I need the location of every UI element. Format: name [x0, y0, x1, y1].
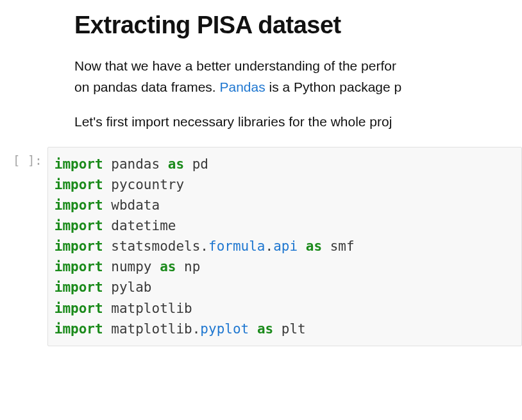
text-fragment: Now that we have a better understanding … — [74, 58, 396, 73]
code-input-area[interactable]: import pandas as pd import pycountry imp… — [47, 147, 522, 346]
code-cell: [ ]: import pandas as pd import pycountr… — [50, 147, 522, 346]
pandas-link[interactable]: Pandas — [219, 80, 265, 94]
section-heading: Extracting PISA dataset — [74, 12, 522, 39]
text-fragment: is a Python package p — [265, 80, 401, 94]
text-fragment: on pandas data frames. — [74, 80, 219, 94]
input-prompt: [ ]: — [13, 147, 42, 167]
intro-paragraph-1: Now that we have a better understanding … — [74, 56, 522, 97]
intro-paragraph-2: Let's first import necessary libraries f… — [74, 112, 522, 133]
notebook-container: Extracting PISA dataset Now that we have… — [0, 0, 522, 346]
